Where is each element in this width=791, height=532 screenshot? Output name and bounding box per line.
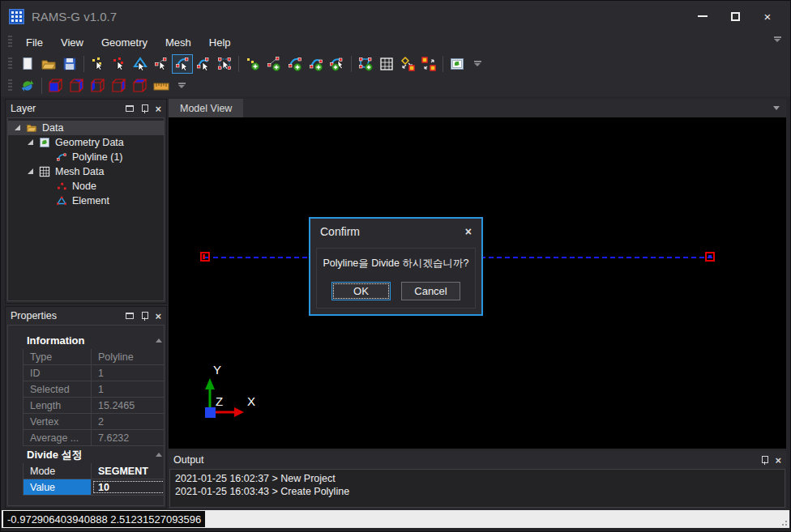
- geometry-data-icon: [38, 137, 51, 148]
- pin-icon[interactable]: [761, 456, 767, 465]
- close-button[interactable]: ×: [751, 1, 784, 32]
- dialog-title: Confirm: [320, 225, 360, 238]
- float-window-icon[interactable]: [126, 313, 134, 319]
- menu-file[interactable]: File: [17, 33, 52, 52]
- tree-label: Element: [72, 195, 109, 206]
- model-view-canvas[interactable]: Y Z X Confirm × Polyline을 Divide 하시겠습니까?…: [169, 117, 786, 449]
- tab-list-dropdown-icon[interactable]: [773, 106, 780, 110]
- toolbar-view: [1, 74, 790, 96]
- pin-icon[interactable]: [141, 312, 148, 321]
- maximize-button[interactable]: [719, 1, 751, 32]
- value-input[interactable]: 10: [92, 479, 165, 495]
- tree-item-node[interactable]: Node: [8, 179, 164, 194]
- menu-view[interactable]: View: [52, 33, 92, 52]
- menu-bar: File View Geometry Mesh Help: [1, 32, 790, 53]
- cube-right-icon[interactable]: [109, 76, 130, 96]
- expander-icon[interactable]: [28, 139, 34, 146]
- ok-button[interactable]: OK: [331, 282, 391, 300]
- menu-geometry[interactable]: Geometry: [92, 33, 156, 52]
- property-row-selected: Selected1: [23, 381, 165, 398]
- pin-icon[interactable]: [141, 104, 148, 113]
- log-line: 2021-01-25 16:03:43 > Create Polyline: [175, 485, 780, 498]
- select-curve-icon[interactable]: [193, 54, 214, 74]
- toolbar-grip[interactable]: [8, 36, 12, 49]
- tree-item-mesh-data[interactable]: Mesh Data: [8, 164, 164, 179]
- sync-icon[interactable]: [17, 76, 38, 96]
- mesh-domain-icon[interactable]: [355, 54, 376, 74]
- add-arc-icon[interactable]: [284, 54, 306, 74]
- polyline-vertex-start[interactable]: [200, 252, 210, 262]
- section-information[interactable]: Information: [23, 332, 165, 349]
- log-line: 2021-01-25 16:02:37 > New Project: [175, 472, 780, 485]
- mapping-in-icon[interactable]: [418, 54, 439, 74]
- menu-mesh[interactable]: Mesh: [156, 33, 200, 52]
- new-file-icon[interactable]: [17, 54, 38, 74]
- add-line-icon[interactable]: [263, 54, 284, 74]
- maximize-icon: [731, 12, 740, 21]
- z-axis-label: Z: [216, 394, 223, 408]
- select-box-icon[interactable]: [214, 54, 235, 74]
- tree-item-data[interactable]: Data: [8, 121, 164, 135]
- menu-help[interactable]: Help: [200, 33, 240, 52]
- add-polyline-icon[interactable]: [327, 54, 348, 74]
- property-row-id: ID1: [23, 365, 165, 381]
- layer-panel-title: Layer: [11, 103, 36, 114]
- confirm-dialog: Confirm × Polyline을 Divide 하시겠습니까? OK Ca…: [309, 217, 483, 316]
- close-icon[interactable]: ×: [155, 104, 161, 114]
- status-bar: -0.972906403940888 2.51231527093596: [2, 510, 789, 528]
- cube-iso-icon[interactable]: [66, 76, 88, 96]
- add-point-icon[interactable]: [242, 54, 263, 74]
- dialog-close-icon[interactable]: ×: [465, 225, 472, 238]
- section-divide[interactable]: Divide 설정: [23, 446, 165, 463]
- toolbar-grip[interactable]: [8, 57, 12, 70]
- cursor-coordinates: -0.972906403940888 2.51231527093596: [3, 511, 205, 527]
- output-log[interactable]: 2021-01-25 16:02:37 > New Project 2021-0…: [169, 469, 785, 508]
- collapse-icon[interactable]: [156, 453, 162, 457]
- select-element-icon[interactable]: [130, 54, 151, 74]
- select-line-icon[interactable]: [151, 54, 172, 74]
- property-row-mode[interactable]: ModeSEGMENT: [23, 463, 165, 479]
- app-title: RAMS-G v1.0.7: [32, 10, 117, 23]
- mesh-data-icon: [38, 166, 51, 177]
- expander-icon[interactable]: [15, 125, 21, 131]
- cube-back-icon[interactable]: [130, 76, 151, 96]
- collapse-icon[interactable]: [156, 338, 162, 343]
- x-axis-label: X: [247, 394, 255, 408]
- toolbar-overflow-icon[interactable]: [772, 36, 782, 42]
- tree-item-polyline[interactable]: Polyline (1): [8, 150, 164, 164]
- cube-front-icon[interactable]: [45, 76, 66, 96]
- toolbar-overflow-icon[interactable]: [177, 83, 186, 88]
- mapping-out-icon[interactable]: [397, 54, 418, 74]
- open-folder-icon[interactable]: [38, 54, 59, 74]
- tab-model-view[interactable]: Model View: [169, 99, 243, 117]
- close-icon[interactable]: ×: [155, 311, 161, 321]
- toolbar-grip[interactable]: [8, 79, 12, 92]
- property-row-value[interactable]: Value10: [23, 479, 165, 496]
- toolbar-overflow-icon[interactable]: [472, 61, 482, 66]
- save-icon[interactable]: [59, 54, 80, 74]
- minimize-button[interactable]: [686, 1, 719, 32]
- ruler-icon[interactable]: [151, 76, 172, 96]
- select-node-icon[interactable]: [109, 54, 130, 74]
- expander-icon[interactable]: [28, 168, 34, 175]
- select-polyline-icon[interactable]: [172, 54, 193, 74]
- polyline-vertex-end[interactable]: [705, 252, 715, 262]
- tree-item-element[interactable]: Element: [8, 194, 164, 208]
- select-point-icon[interactable]: [88, 54, 109, 74]
- properties-grid: Information TypePolyline ID1 Selected1 L…: [23, 332, 165, 496]
- close-icon[interactable]: ×: [775, 455, 781, 466]
- tree-item-geometry-data[interactable]: Geometry Data: [8, 135, 164, 150]
- x-axis-arrow: [234, 407, 244, 417]
- mesh-grid-icon[interactable]: [376, 54, 397, 74]
- toolbar-main: [1, 53, 790, 74]
- tree-label: Node: [72, 181, 96, 192]
- cube-left-icon[interactable]: [88, 76, 109, 96]
- float-window-icon[interactable]: [126, 105, 134, 112]
- tree-label: Data: [42, 122, 63, 134]
- axes-triad: Y Z X: [195, 357, 268, 430]
- resize-grip-icon[interactable]: [780, 518, 788, 526]
- y-axis-label: Y: [213, 363, 221, 377]
- cancel-button[interactable]: Cancel: [401, 282, 460, 300]
- add-curve-icon[interactable]: [306, 54, 327, 74]
- view-image-icon[interactable]: [447, 54, 468, 74]
